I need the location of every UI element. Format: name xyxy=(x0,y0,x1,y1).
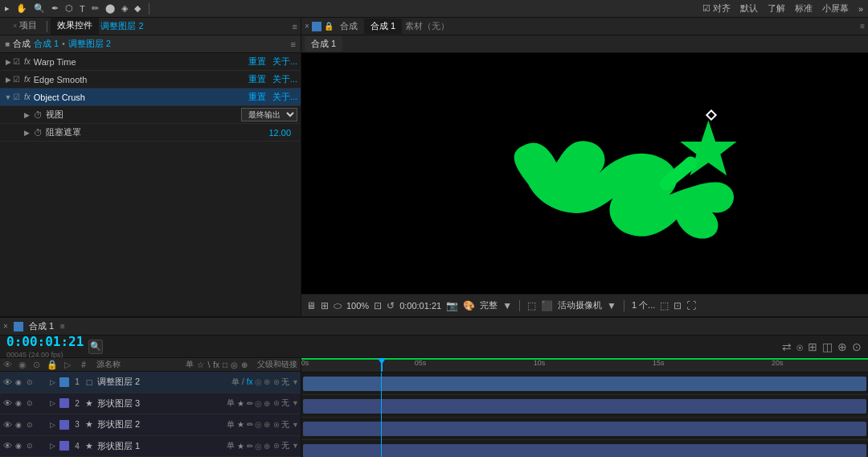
default-btn[interactable]: 默认 xyxy=(740,2,758,14)
tool-text[interactable]: T xyxy=(80,4,85,14)
view-count-label[interactable]: 1 个... xyxy=(632,299,655,311)
layer1-expand[interactable]: ▷ xyxy=(47,378,58,386)
layer-row-2[interactable]: 👁 ◉ ⊙ ▷ 2 ★ 形状图层 3 单 ★ ✏ ◎ ⊕ ⊙ 无 xyxy=(0,393,301,414)
layer1-solo[interactable]: ⊙ xyxy=(24,378,35,386)
ctrl-btn-6[interactable]: ⊙ xyxy=(852,340,862,353)
layer-row-3[interactable]: 👁 ◉ ⊙ ▷ 3 ★ 形状图层 2 单 ★ ✏ ◎ ⊕ ⊙ 无 xyxy=(0,414,301,435)
preview-timecode[interactable]: 0:00:01:21 xyxy=(399,301,441,311)
track-bar-3[interactable] xyxy=(303,422,866,436)
layer4-expand[interactable]: ▷ xyxy=(47,442,58,450)
warp-time-checkbox[interactable]: ☑ xyxy=(13,57,24,66)
quality-arrow[interactable]: ▼ xyxy=(502,300,512,311)
panel-menu-icon[interactable]: ≡ xyxy=(293,22,297,31)
timeline-menu[interactable]: ≡ xyxy=(60,322,65,331)
panel-header-comp-name[interactable]: 合成 1 xyxy=(34,38,59,50)
understand-btn[interactable]: 了解 xyxy=(768,2,785,14)
tab-project[interactable]: × 项目 xyxy=(3,18,43,35)
timeline-close[interactable]: × xyxy=(3,322,8,331)
layer2-eye[interactable]: 👁 xyxy=(2,398,13,408)
layer3-solo[interactable]: ⊙ xyxy=(24,421,35,429)
track-bar-1[interactable] xyxy=(303,377,866,391)
layer-row-1[interactable]: 👁 ◉ ⊙ ▷ 1 □ 调整图层 2 单 / fx ◎ ⊕ ⊙ 无 xyxy=(0,372,301,393)
edge-smooth-checkbox[interactable]: ☑ xyxy=(13,75,24,84)
layer3-audio[interactable]: ◉ xyxy=(13,421,24,429)
layer4-solo-flag[interactable]: 单 xyxy=(227,440,235,451)
object-crush-about[interactable]: 关于... xyxy=(272,91,297,103)
layer1-blend[interactable]: ⊕ xyxy=(264,377,270,386)
layer3-parent-name[interactable]: 无 xyxy=(281,420,289,429)
layer3-blend[interactable]: ⊕ xyxy=(264,420,270,429)
layer4-audio[interactable]: ◉ xyxy=(13,442,24,450)
expand-icon[interactable]: » xyxy=(858,4,863,14)
layer3-pen[interactable]: ✏ xyxy=(247,420,253,429)
view-expand[interactable]: ▶ xyxy=(24,111,34,119)
layer2-solo[interactable]: ⊙ xyxy=(24,399,35,407)
ctrl-btn-1[interactable]: ⇄ xyxy=(782,340,792,353)
layer4-solo[interactable]: ⊙ xyxy=(24,442,35,450)
camera-label[interactable]: 活动摄像机 xyxy=(558,299,602,311)
camera-arrow[interactable]: ▼ xyxy=(607,300,616,311)
tool-brush[interactable]: ✏ xyxy=(92,3,99,14)
camera-snap-icon[interactable]: 📷 xyxy=(446,300,458,311)
layer4-blend[interactable]: ⊕ xyxy=(264,442,270,451)
tab-project-close[interactable]: × xyxy=(13,22,17,30)
panel-header-layer-name[interactable]: 调整图层 2 xyxy=(68,38,111,50)
ctrl-btn-2[interactable]: ⍟ xyxy=(796,340,803,353)
track-bar-4[interactable] xyxy=(303,444,866,457)
block-mask-expand[interactable]: ▶ xyxy=(24,129,34,137)
tool-hand[interactable]: ✋ xyxy=(16,3,27,14)
layer2-audio[interactable]: ◉ xyxy=(13,399,24,407)
layer3-eye[interactable]: 👁 xyxy=(2,420,13,430)
layer2-parent-name[interactable]: 无 xyxy=(281,398,289,407)
effect-edge-smooth[interactable]: ▶ ☑ fx Edge Smooth 重置 关于... xyxy=(0,71,301,89)
tab-active-layer[interactable]: 调整图层 2 xyxy=(100,20,143,32)
layer4-parent-name[interactable]: 无 xyxy=(281,441,289,450)
mask-icon[interactable]: ⬭ xyxy=(334,300,342,311)
playhead[interactable] xyxy=(381,358,383,372)
search-button[interactable]: 🔍 xyxy=(88,340,103,354)
layer2-solo-flag[interactable]: 单 xyxy=(227,397,235,409)
view-dropdown[interactable]: 最终输出 蒙版 图层 xyxy=(241,108,297,121)
effect-object-crush[interactable]: ▼ ☑ fx Object Crush 重置 关于... xyxy=(0,89,301,106)
view-icon[interactable]: ⬚ xyxy=(660,300,669,311)
tool-zoom[interactable]: 🔍 xyxy=(34,3,45,14)
viewport-icon[interactable]: ⬛ xyxy=(541,300,553,311)
fullscreen-icon[interactable]: ⛶ xyxy=(686,300,696,311)
edge-smooth-about[interactable]: 关于... xyxy=(272,73,297,85)
object-crush-checkbox[interactable]: ☑ xyxy=(13,93,24,101)
layer1-fx-badge[interactable]: fx xyxy=(247,377,253,386)
edge-smooth-expand[interactable]: ▶ xyxy=(3,76,13,84)
preview-menu-icon[interactable]: ≡ xyxy=(860,22,865,31)
tool-shape[interactable]: ⬡ xyxy=(65,3,73,14)
track-bar-2[interactable] xyxy=(303,399,866,414)
timecode-display[interactable]: 0:00:01:21 xyxy=(6,334,84,349)
layer1-parent-name[interactable]: 无 xyxy=(281,377,289,386)
align-checkbox[interactable]: ☑ 对齐 xyxy=(702,2,731,14)
tool-stamp[interactable]: ⬤ xyxy=(105,3,115,14)
layer1-eye[interactable]: 👁 xyxy=(2,377,13,387)
layer2-pen[interactable]: ✏ xyxy=(247,399,253,408)
layer1-solo-flag[interactable]: 单 xyxy=(231,377,240,388)
layer3-parent-chevron[interactable]: ▼ xyxy=(292,421,299,429)
layer3-expand[interactable]: ▷ xyxy=(47,421,58,429)
layer1-parent-chevron[interactable]: ▼ xyxy=(292,378,299,386)
edge-smooth-reset[interactable]: 重置 xyxy=(248,73,266,85)
layer2-expand[interactable]: ▷ xyxy=(47,399,58,407)
object-crush-reset[interactable]: 重置 xyxy=(248,91,266,103)
ctrl-btn-3[interactable]: ⊞ xyxy=(808,340,817,353)
layer1-audio[interactable]: ◉ xyxy=(13,378,24,386)
grid-icon[interactable]: ⊞ xyxy=(321,300,329,311)
region-icon[interactable]: ⬚ xyxy=(527,300,536,311)
small-screen-btn[interactable]: 小屏幕 xyxy=(822,2,849,14)
warp-time-reset[interactable]: 重置 xyxy=(248,56,266,68)
layer4-parent-chevron[interactable]: ▼ xyxy=(292,442,299,450)
preview-comp1-tab[interactable]: 合成 1 xyxy=(305,36,342,51)
layer4-motion[interactable]: ◎ xyxy=(255,442,262,451)
layer4-pen[interactable]: ✏ xyxy=(247,442,253,451)
tool-pen[interactable]: ✒ xyxy=(51,3,59,14)
layer3-solo-flag[interactable]: 单 xyxy=(227,419,235,430)
layer2-motion[interactable]: ◎ xyxy=(255,399,262,408)
preview-close-icon[interactable]: × xyxy=(305,22,309,31)
expand2-icon[interactable]: ⊡ xyxy=(674,300,682,311)
block-mask-value[interactable]: 12.00 xyxy=(268,128,291,138)
